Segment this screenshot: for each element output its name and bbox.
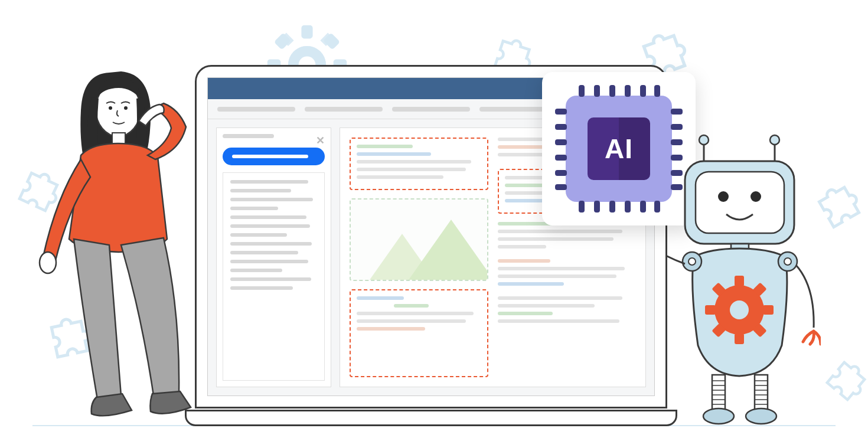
image-placeholder — [350, 198, 488, 281]
sidebar-text-block — [223, 172, 325, 381]
svg-point-35 — [688, 258, 696, 265]
svg-point-37 — [784, 258, 791, 265]
svg-rect-27 — [735, 334, 744, 344]
svg-point-53 — [746, 408, 776, 424]
close-icon[interactable]: ✕ — [316, 134, 325, 147]
svg-point-11 — [109, 106, 112, 110]
highlighted-block[interactable] — [350, 138, 488, 190]
sidebar-title-placeholder — [223, 134, 274, 138]
highlighted-block[interactable] — [350, 289, 488, 377]
chip-label: AI — [605, 133, 633, 165]
primary-button[interactable] — [223, 148, 325, 165]
svg-rect-28 — [705, 305, 716, 315]
puzzle-icon — [815, 350, 868, 413]
svg-rect-29 — [763, 305, 774, 315]
svg-point-21 — [718, 191, 729, 202]
tab[interactable] — [392, 107, 470, 112]
svg-point-16 — [699, 135, 709, 145]
svg-point-22 — [750, 191, 761, 202]
text-block — [498, 222, 637, 377]
svg-point-52 — [703, 408, 734, 424]
svg-rect-20 — [696, 172, 784, 233]
robot-illustration — [667, 133, 821, 427]
svg-rect-2 — [301, 25, 312, 38]
sidebar-panel: ✕ — [216, 128, 331, 387]
laptop-base — [185, 410, 677, 426]
tab[interactable] — [217, 107, 295, 112]
svg-rect-26 — [735, 276, 744, 286]
svg-point-18 — [770, 135, 779, 145]
svg-point-25 — [730, 300, 749, 319]
tab[interactable] — [305, 107, 383, 112]
chip-icon: AI — [566, 96, 672, 202]
svg-point-14 — [40, 252, 56, 273]
svg-point-12 — [124, 106, 128, 110]
woman-illustration — [32, 62, 216, 425]
